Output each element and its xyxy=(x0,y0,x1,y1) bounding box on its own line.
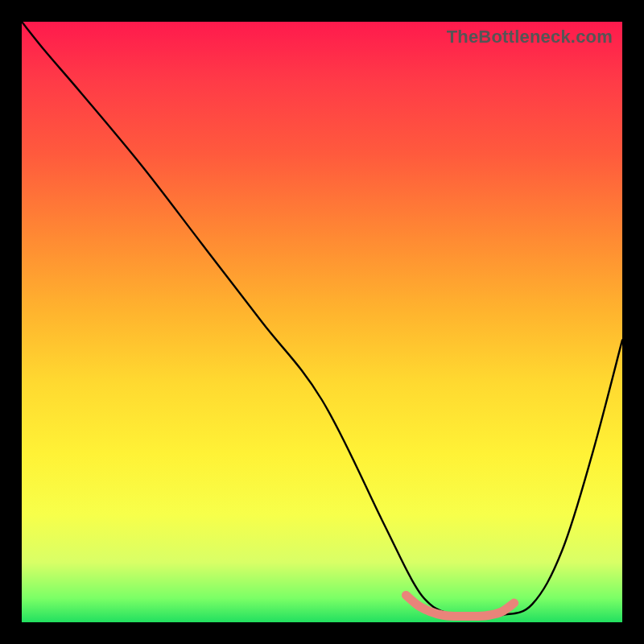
chart-svg xyxy=(22,22,622,622)
plot-area: TheBottleneck.com xyxy=(22,22,622,622)
optimal-range-highlight-path xyxy=(406,595,514,616)
bottleneck-curve-path xyxy=(22,22,622,617)
chart-frame: TheBottleneck.com xyxy=(0,0,644,644)
